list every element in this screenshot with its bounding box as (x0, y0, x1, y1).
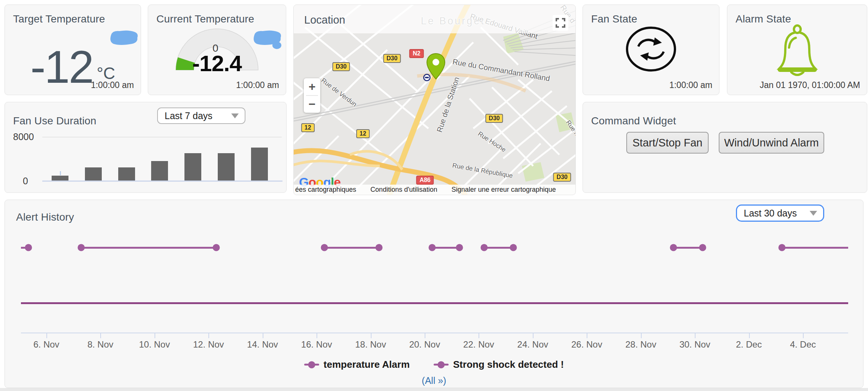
dropdown-caret-icon (231, 113, 239, 118)
chart-legend: temperature AlarmStrong shock detected ! (5, 359, 863, 370)
map-attribution-link[interactable]: Signaler une erreur cartographique (452, 186, 556, 194)
wind-unwind-alarm-button[interactable]: Wind/Unwind Alarm (719, 132, 824, 154)
zoom-in-button[interactable]: + (304, 78, 320, 95)
redaction-scribble (252, 30, 284, 51)
axis-tick-label: 20. Nov (409, 339, 440, 350)
axis-tick-label: 8. Nov (88, 339, 113, 350)
map-attribution-link[interactable]: ées cartographiques (295, 186, 356, 194)
legend-item[interactable]: temperature Alarm (304, 359, 410, 370)
axis-tick-label: 16. Nov (301, 339, 332, 350)
road-shield-yellow: D30 (485, 114, 503, 123)
page-bottom-strip (0, 388, 868, 391)
widget-title: Alarm State (736, 13, 791, 25)
legend-marker-icon (434, 361, 449, 368)
widget-title: Target Temperature (13, 13, 105, 25)
command-widget: Command Widget Start/Stop Fan Wind/Unwin… (583, 102, 867, 193)
alert-dot (78, 244, 85, 251)
bar-day-5 (184, 153, 201, 181)
fullscreen-icon (556, 18, 565, 28)
y-axis-label-zero: 0 (23, 176, 28, 187)
axis-tick-label: 18. Nov (355, 339, 386, 350)
alert-segment (324, 247, 379, 249)
redaction-scribble (109, 30, 139, 47)
alert-segment (782, 247, 848, 249)
bar-day-4 (151, 161, 168, 181)
axis-tick (371, 333, 372, 338)
axis-tick (46, 333, 47, 338)
alert-dot (481, 244, 488, 251)
legend-label: temperature Alarm (324, 359, 410, 370)
axis-tick (155, 333, 155, 338)
road-shield-yellow: D30 (332, 62, 350, 71)
legend-item[interactable]: Strong shock detected ! (434, 359, 564, 370)
temperature-unit: °C (97, 64, 115, 82)
axis-tick (641, 333, 642, 338)
bar-day-1 (52, 176, 68, 181)
widget-title: Location (304, 14, 345, 26)
legend-label: Strong shock detected ! (453, 359, 564, 370)
bar-day-3 (118, 167, 135, 181)
widget-title: Command Widget (591, 115, 676, 127)
alert-dot (321, 244, 328, 251)
road-shield-yellow: D30 (553, 173, 571, 182)
crosshair-tick (60, 171, 61, 175)
axis-tick-label: 26. Nov (571, 339, 602, 350)
alert-dot (779, 244, 786, 251)
axis-tick (317, 333, 317, 338)
alert-dot (428, 244, 435, 251)
alert-dot (510, 244, 517, 251)
alert-dot (25, 244, 32, 251)
map-attribution-link[interactable]: Conditions d'utilisation (370, 186, 437, 194)
widget-timestamp: 1:00:00 am (91, 80, 134, 90)
map-attribution-bar: ées cartographiquesConditions d'utilisat… (294, 185, 576, 195)
sync-arrows-icon (625, 25, 677, 73)
legend-marker-icon (304, 361, 319, 368)
alert-segment (484, 247, 513, 249)
map-zoom-control: + − (304, 78, 320, 113)
current-temperature-widget: Current Temperature 0 -12.4 1:00:00 am (148, 4, 286, 95)
axis-tick-label: 10. Nov (139, 339, 170, 350)
bar-day-6 (218, 153, 235, 181)
alert-dot (213, 244, 220, 251)
fan-use-duration-widget: Fan Use Duration Last 7 days 8000 0 (4, 102, 287, 193)
bar-day-7 (251, 148, 268, 181)
road-shield-yellow: D30 (383, 54, 401, 63)
alert-dot (376, 244, 383, 251)
x-axis-line (42, 181, 282, 182)
y-axis-label-max: 8000 (13, 131, 34, 142)
axis-tick (425, 333, 425, 338)
bar-day-2 (85, 167, 102, 181)
alarm-state-widget: Alarm State Jan 01 1970, 01:00:00 AM (727, 4, 867, 95)
alert-segment (673, 247, 702, 249)
target-temperature-widget: Target Temperature -12°C 1:00:00 am (4, 4, 141, 95)
alert-segment (432, 247, 459, 249)
alert-dot (699, 244, 706, 251)
axis-tick (803, 333, 804, 338)
widget-timestamp: Jan 01 1970, 01:00:00 AM (760, 80, 860, 90)
axis-tick-label: 2. Dec (736, 339, 762, 350)
rer-station-icon (423, 74, 431, 81)
alert-segment (21, 302, 848, 304)
road-shield-red: A86 (416, 176, 434, 185)
fan-duration-range-select[interactable]: Last 7 days (157, 107, 245, 124)
fullscreen-button[interactable] (553, 15, 568, 31)
alert-dot (456, 244, 463, 251)
legend-all-link[interactable]: (All ») (5, 375, 863, 386)
axis-tick (208, 333, 209, 338)
axis-tick-label: 4. Dec (790, 339, 816, 350)
axis-tick-label: 22. Nov (463, 339, 494, 350)
widget-title: Fan State (591, 13, 637, 25)
start-stop-fan-button[interactable]: Start/Stop Fan (626, 132, 709, 154)
location-widget[interactable]: Le BourgetRue Edouard VaillantRue dRue d… (293, 4, 576, 195)
alert-segment (81, 247, 216, 249)
widget-title: Current Temperature (156, 13, 254, 25)
axis-tick (749, 333, 750, 338)
axis-tick-label: 12. Nov (193, 339, 224, 350)
widget-title: Fan Use Duration (13, 115, 97, 127)
axis-tick-label: 28. Nov (625, 339, 656, 350)
zoom-out-button[interactable]: − (304, 96, 320, 113)
axis-tick (533, 333, 534, 338)
widget-timestamp: 1:00:00 am (669, 80, 712, 90)
road-shield-yellow: 12 (356, 129, 370, 138)
axis-tick-label: 14. Nov (247, 339, 278, 350)
